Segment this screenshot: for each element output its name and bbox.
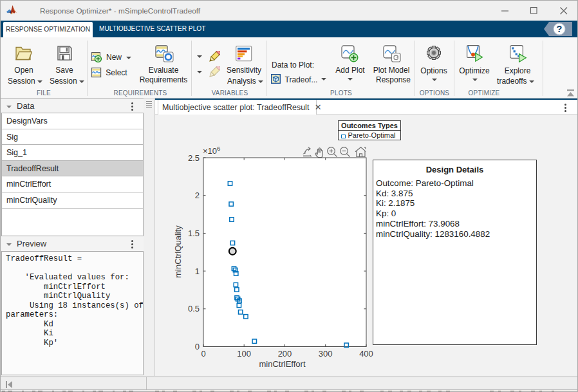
svg-text:200: 200 <box>278 349 292 359</box>
svg-text:300: 300 <box>319 349 333 359</box>
svg-text:1.5: 1.5 <box>188 229 200 238</box>
svg-text:0: 0 <box>201 349 205 359</box>
svg-text:0.5: 0.5 <box>188 304 200 313</box>
svg-text:minCtrlQuality: minCtrlQuality <box>173 225 183 278</box>
svg-text:minCtrlEffort: minCtrlEffort <box>259 359 306 369</box>
svg-text:400: 400 <box>359 349 373 359</box>
svg-text:1: 1 <box>195 266 200 276</box>
svg-text:?: ? <box>557 24 563 34</box>
svg-text:×106: ×106 <box>203 145 220 156</box>
svg-text:0: 0 <box>195 342 200 351</box>
svg-text:2.5: 2.5 <box>188 153 200 163</box>
svg-text:2: 2 <box>195 191 200 200</box>
svg-text:100: 100 <box>237 349 251 359</box>
